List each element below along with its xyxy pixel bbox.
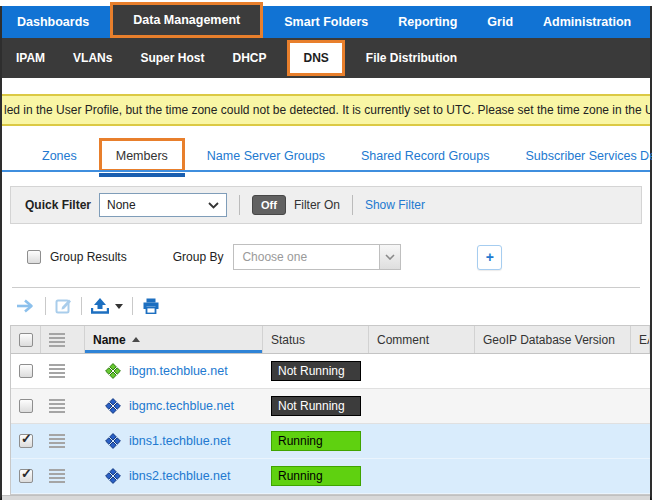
top-nav-item-label: Administration (543, 15, 631, 29)
member-name-link[interactable]: ibns2.techblue.net (129, 469, 230, 483)
name-cell: ibns2.techblue.net (85, 468, 263, 484)
group-by-combo[interactable]: Choose one (233, 244, 401, 270)
group-results-label: Group Results (50, 250, 127, 264)
column-header-label: Name (93, 333, 126, 347)
row-menu-cell (41, 469, 85, 483)
members-table: ✓ Name Status Comm (10, 325, 650, 495)
top-nav-item[interactable]: Reporting (383, 6, 472, 38)
member-name-link[interactable]: ibns1.techblue.net (129, 434, 230, 448)
tab[interactable]: Subscriber Services Deployment (526, 149, 652, 163)
sub-nav-item-label: DHCP (232, 51, 266, 65)
top-navbar: Dashboards Data Management Smart Folders… (2, 6, 650, 38)
top-nav-item-label: Grid (487, 15, 513, 29)
row-menu-icon[interactable] (49, 364, 65, 378)
app-frame: Dashboards Data Management Smart Folders… (0, 6, 652, 500)
sub-nav-item-label: VLANs (73, 51, 112, 65)
divider (81, 297, 82, 315)
tab-wrapper: Members (99, 138, 185, 172)
row-select-cell: ✓ (11, 434, 41, 448)
top-nav-item[interactable]: Grid (472, 6, 528, 38)
member-name-link[interactable]: ibgmc.techblue.net (129, 399, 234, 413)
banner-text: led in the User Profile, but the time zo… (2, 103, 650, 117)
select-all-checkbox[interactable]: ✓ (19, 333, 33, 347)
add-group-by-button[interactable]: + (477, 245, 502, 270)
row-checkbox[interactable]: ✓ (19, 434, 33, 448)
group-results-bar: ✓ Group Results Group By Choose one + (10, 244, 642, 270)
member-diamond-icon (105, 398, 121, 414)
quick-filter-label: Quick Filter (25, 198, 91, 212)
row-menu-cell (41, 364, 85, 378)
header-select-all-cell: ✓ (11, 326, 41, 353)
table-row[interactable]: ✓ ibgm.techblue.net (11, 354, 650, 389)
print-icon[interactable] (142, 298, 160, 314)
status-badge: Running (271, 431, 361, 451)
top-nav-item-label: Reporting (398, 15, 457, 29)
column-header[interactable]: GeoIP Database Version (475, 326, 631, 353)
sub-nav-item-label: File Distribution (366, 51, 457, 65)
name-cell: ibns1.techblue.net (85, 433, 263, 449)
screenshot-page: Dashboards Data Management Smart Folders… (0, 0, 652, 500)
tab[interactable]: Zones (42, 149, 77, 163)
chevron-down-icon (385, 254, 395, 260)
group-results-checkbox[interactable]: ✓ (27, 250, 41, 264)
sub-nav-item[interactable]: DHCP (218, 38, 280, 78)
tab[interactable]: Members (116, 149, 168, 163)
column-header[interactable]: Comment (369, 326, 475, 353)
column-header-label: Status (271, 333, 305, 347)
status-cell: Running (263, 466, 369, 486)
row-checkbox[interactable]: ✓ (19, 399, 33, 413)
sub-nav-item[interactable]: VLANs (59, 38, 126, 78)
divider (239, 195, 240, 215)
column-header[interactable]: Name (85, 326, 263, 353)
sub-nav-item-label: Super Host (140, 51, 204, 65)
table-row[interactable]: ✓ ibns1.techblue.net (11, 424, 650, 459)
group-by-label: Group By (173, 250, 224, 264)
row-menu-icon[interactable] (49, 469, 65, 483)
row-checkbox[interactable]: ✓ (19, 469, 33, 483)
table-row[interactable]: ✓ ibgmc.techblue.net (11, 389, 650, 424)
divider (45, 297, 46, 315)
show-filter-link[interactable]: Show Filter (365, 198, 425, 212)
sub-nav-item[interactable]: Super Host (126, 38, 218, 78)
quick-filter-selected-value: None (107, 198, 136, 212)
member-diamond-icon (105, 433, 121, 449)
member-name-link[interactable]: ibgm.techblue.net (129, 364, 228, 378)
quick-filter-bar: Quick Filter None Off Filter On Show Fil… (10, 186, 642, 224)
row-checkbox[interactable]: ✓ (19, 364, 33, 378)
column-header-label: EA (639, 333, 650, 347)
sort-asc-icon (132, 337, 140, 342)
edit-icon[interactable] (55, 298, 72, 314)
table-menu-icon[interactable] (49, 333, 65, 347)
export-icon[interactable] (91, 298, 109, 314)
name-cell: ibgm.techblue.net (85, 363, 263, 379)
divider (352, 195, 353, 215)
filter-toggle-button[interactable]: Off (252, 195, 286, 215)
top-nav-item[interactable]: Smart Folders (269, 6, 383, 38)
row-menu-icon[interactable] (49, 399, 65, 413)
dns-tabbar: Zones Members Name Server Groups Shared … (2, 138, 650, 172)
status-badge: Running (271, 466, 361, 486)
export-caret-icon[interactable] (115, 304, 123, 309)
tab-wrapper: Shared Record Groups (361, 146, 526, 164)
status-cell: Not Running (263, 361, 369, 381)
top-nav-item[interactable]: Data Management (110, 2, 263, 38)
status-badge: Not Running (271, 361, 361, 381)
column-header[interactable]: EA (631, 326, 650, 353)
bottom-scroll-strip[interactable] (2, 495, 650, 500)
tab[interactable]: Name Server Groups (207, 149, 325, 163)
table-row[interactable]: ✓ ibns2.techblue.net (11, 459, 650, 494)
top-nav-item[interactable]: Dashboards (2, 6, 104, 38)
tab-wrapper: Subscriber Services Deployment (526, 146, 652, 164)
sub-nav-item[interactable]: IPAM (2, 38, 59, 78)
status-cell: Not Running (263, 396, 369, 416)
combo-dropdown-button[interactable] (379, 245, 400, 269)
column-header[interactable]: Status (263, 326, 369, 353)
sub-nav-item[interactable]: DNS (287, 40, 344, 76)
row-menu-icon[interactable] (49, 434, 65, 448)
top-nav-item[interactable]: Administration (528, 6, 646, 38)
tab[interactable]: Shared Record Groups (361, 149, 490, 163)
go-arrow-icon[interactable] (16, 299, 36, 313)
sub-navbar: IPAM VLANs Super Host DHCP DNS (2, 38, 650, 78)
quick-filter-select[interactable]: None (99, 193, 227, 217)
sub-nav-item[interactable]: File Distribution (352, 38, 471, 78)
